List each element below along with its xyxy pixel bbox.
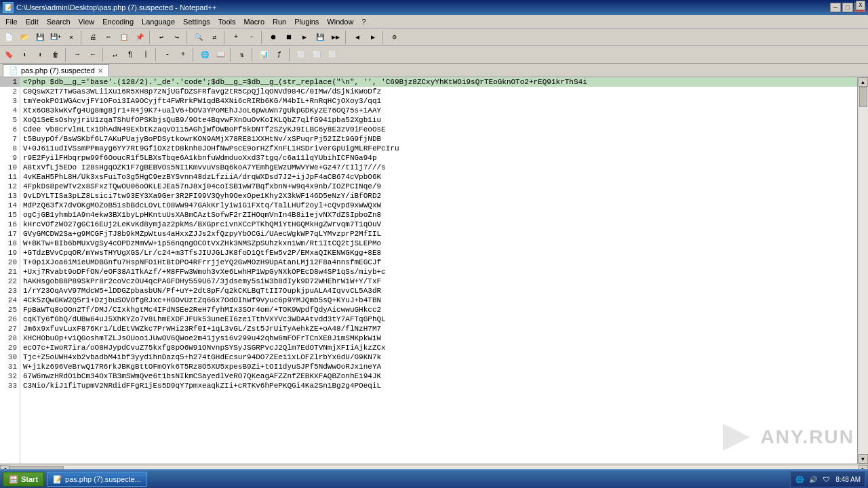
start-label: Start	[21, 475, 38, 483]
toolbar-close-button[interactable]: X	[856, 1, 865, 10]
code-line-5: XoQ1SeEsOshyjriU1zqaTShUfOPSKbjsQuB9/9Ot…	[20, 115, 857, 125]
save-all-button[interactable]: 💾+	[48, 30, 63, 45]
code-line-33: C3Nio/kiJ1fiTupmV2NRdidFFgR1jEs5D9qY7pmx…	[20, 381, 857, 390]
macro-stop-button[interactable]: ⏹	[281, 30, 296, 45]
title-bar: 📝 C:\Users\admin\Desktop\pas.php (7).sus…	[0, 0, 868, 15]
line-number-12: 12	[0, 182, 20, 191]
indent-guide-button[interactable]: |	[138, 47, 153, 62]
menu-file[interactable]: File	[1, 16, 22, 28]
toolbar-2: 🔖 ⬇ ⬆ 🗑 → ← ↵ ¶ | - + 🌐 📖 ⇅ 📊 ƒ ⬜ ⬜ ⬜	[0, 46, 868, 64]
macro-record-button[interactable]: ⏺	[266, 30, 281, 45]
code-line-19: +GTdzBVvCpqOR/mYwsTHYUgXGS/Lr/c24+m3TfsJ…	[20, 248, 857, 258]
menu-window[interactable]: Window	[323, 16, 357, 28]
menu-run[interactable]: Run	[269, 16, 290, 28]
save-file-button[interactable]: 💾	[33, 30, 47, 45]
doc-map-button[interactable]: 📊	[256, 47, 271, 62]
start-button[interactable]: 🪟 Start	[3, 472, 44, 487]
code-line-17: GVyGMCDW2Sa+g9MCGFjTJ8b9kMZpWtus4aHxxZJJ…	[20, 229, 857, 239]
macro-save-button[interactable]: 💾	[313, 30, 328, 45]
line-number-29: 29	[0, 343, 20, 352]
menu-search[interactable]: Search	[43, 16, 75, 28]
menu-language[interactable]: Language	[138, 16, 179, 28]
menu-tools[interactable]: Tools	[214, 16, 240, 28]
undo-button[interactable]: ↩	[154, 30, 169, 45]
expand-all-button[interactable]: +	[176, 47, 191, 62]
menu-settings[interactable]: Settings	[179, 16, 214, 28]
bookmark-prev-button[interactable]: ⬆	[33, 47, 47, 62]
taskbar-app-item[interactable]: 📝 pas.php (7).suspecte...	[47, 472, 147, 487]
panel-right-button[interactable]: ⬜	[309, 47, 324, 62]
minimize-button[interactable]: ─	[830, 3, 841, 12]
line-number-6: 6	[0, 125, 20, 134]
code-line-4: Xtx6O83kwKvfg4Ug8mg8jr1+R4j9K7+ualV6+bOV…	[20, 106, 857, 115]
all-chars-button[interactable]: ¶	[123, 47, 138, 62]
replace-button[interactable]: ⇄	[207, 30, 222, 45]
code-line-9: r9E2FyilFHbqrpw99f6OoucR1f5LBXsTbqe6A1kb…	[20, 153, 857, 163]
get-php-manual-button[interactable]: 📖	[213, 47, 228, 62]
macro-run-button[interactable]: ▶▶	[328, 30, 343, 45]
code-area[interactable]: <?php $db__g_='base'.(128/2).'_de'.'code…	[20, 77, 857, 464]
bookmark-clear-button[interactable]: 🗑	[48, 47, 63, 62]
code-line-21: +Uxj7Rvabt9oDFfON/eOF38A1TkAzf/+M8FFw3Wm…	[20, 267, 857, 277]
line-number-32: 32	[0, 371, 20, 381]
find-button[interactable]: 🔍	[191, 30, 206, 45]
macro-play-button[interactable]: ▶	[297, 30, 312, 45]
cut-button[interactable]: ✂	[101, 30, 116, 45]
panel-bottom-button[interactable]: ⬜	[325, 47, 340, 62]
vertical-scrollbar[interactable]: ▲ ▼	[857, 77, 868, 464]
zoom-in-button[interactable]: +	[229, 30, 243, 45]
new-file-button[interactable]: 📄	[1, 30, 16, 45]
redo-button[interactable]: ↪	[170, 30, 184, 45]
copy-button[interactable]: 📋	[117, 30, 132, 45]
scroll-down-button[interactable]: ▼	[859, 454, 868, 464]
word-wrap-button[interactable]: ↵	[107, 47, 122, 62]
code-line-32: 67W6nwzHRdO1bCm34OxTB3mSWmQve6t1bsNIkmCS…	[20, 371, 857, 381]
code-line-20: T+0piXJoa6iMieUMDBGnfu7HspNFOiHtBtDPO4RF…	[20, 258, 857, 267]
line-number-19: 19	[0, 248, 20, 258]
indent-button[interactable]: →	[70, 47, 85, 62]
toolbar-1: 📄 📂 💾 💾+ ✕ 🖨 ✂ 📋 📌 ↩ ↪ 🔍 ⇄ + - ⏺ ⏹ ▶ 💾 ▶…	[0, 28, 868, 46]
tray-security-icon: 🛡	[822, 474, 831, 484]
line-number-10: 10	[0, 163, 20, 172]
line-number-27: 27	[0, 324, 20, 333]
line-number-15: 15	[0, 210, 20, 220]
scroll-up-button[interactable]: ▲	[859, 77, 868, 87]
code-line-16: kHrcVOfzWO27gGC16EUj2LeKvKd8ymjaz2pkMs/B…	[20, 220, 857, 229]
maximize-button[interactable]: □	[842, 3, 853, 12]
sync-scrolling-button[interactable]: ⇅	[235, 47, 250, 62]
unindent-button[interactable]: ←	[85, 47, 100, 62]
bookmark-toggle-button[interactable]: 🔖	[1, 47, 16, 62]
panel-left-button[interactable]: ⬜	[294, 47, 309, 62]
open-file-button[interactable]: 📂	[17, 30, 32, 45]
line-number-3: 3	[0, 96, 20, 106]
line-number-4: 4	[0, 106, 20, 115]
collapse-all-button[interactable]: -	[160, 47, 175, 62]
code-line-3: tmYeokPO1WGAcvjFY1OFoi3IA9OCyjft4FWRrkPW…	[20, 96, 857, 106]
menu-encoding[interactable]: Encoding	[98, 16, 138, 28]
menu-edit[interactable]: Edit	[22, 16, 43, 28]
file-tab[interactable]: 📄 pas.php (7).suspected ✕	[3, 64, 109, 77]
tab-close-button[interactable]: ✕	[98, 67, 103, 75]
func-list-button[interactable]: ƒ	[272, 47, 287, 62]
code-line-18: W+BKTw+BIb6bMUxVgSy4cOPDzMmVW+1p56nqngOC…	[20, 239, 857, 248]
scroll-thumb[interactable]	[859, 87, 867, 107]
line-number-7: 7	[0, 134, 20, 144]
zoom-out-button[interactable]: -	[244, 30, 259, 45]
run-next-button[interactable]: ▶	[366, 30, 380, 45]
menu-help[interactable]: ?	[357, 16, 370, 28]
bookmark-next-button[interactable]: ⬇	[17, 47, 32, 62]
paste-button[interactable]: 📌	[132, 30, 147, 45]
launch-in-browser-button[interactable]: 🌐	[197, 47, 212, 62]
line-number-17: 17	[0, 229, 20, 239]
menu-plugins[interactable]: Plugins	[290, 16, 323, 28]
menu-view[interactable]: View	[75, 16, 99, 28]
scroll-track[interactable]	[859, 87, 868, 454]
close-file-button[interactable]: ✕	[64, 30, 79, 45]
run-user-button[interactable]: ⚙	[387, 30, 402, 45]
menu-macro[interactable]: Macro	[239, 16, 269, 28]
run-previous-button[interactable]: ◀	[350, 30, 365, 45]
code-line-27: Jm6x9xfuvLuxF876Kr1/LdEtVWZkc7PrWHi23Rf0…	[20, 324, 857, 333]
print-button[interactable]: 🖨	[85, 30, 100, 45]
code-line-22: hAKHsgobB8P89SkPr8r2coVczOU4qcPAGFDHy559…	[20, 277, 857, 286]
line-number-28: 28	[0, 333, 20, 343]
